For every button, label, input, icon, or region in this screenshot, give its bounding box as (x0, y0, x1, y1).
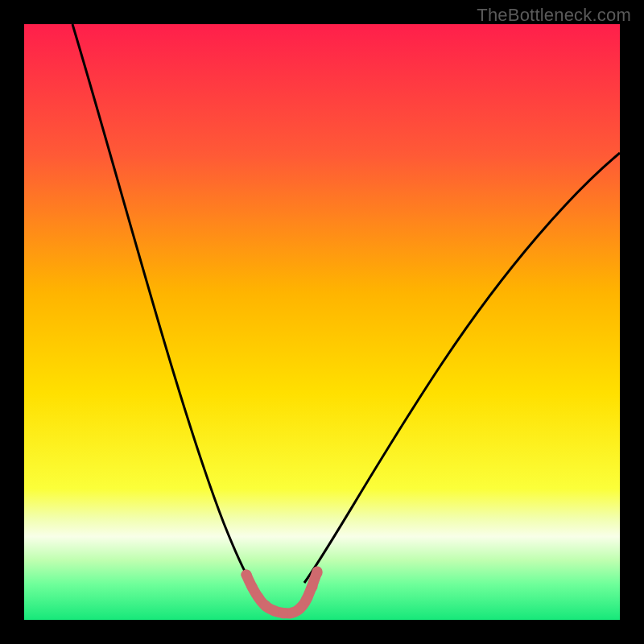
chart-svg (24, 24, 620, 620)
svg-point-8 (302, 594, 312, 605)
svg-point-5 (279, 609, 289, 619)
svg-point-3 (261, 601, 271, 611)
svg-point-4 (270, 606, 280, 617)
svg-point-7 (295, 603, 306, 613)
svg-point-9 (308, 582, 318, 592)
gradient-background (24, 24, 620, 620)
svg-point-0 (242, 570, 252, 580)
chart-frame: TheBottleneck.com (0, 0, 644, 644)
plot-area (24, 24, 620, 620)
watermark-text: TheBottleneck.com (477, 5, 631, 26)
svg-point-10 (312, 568, 323, 579)
svg-point-1 (247, 582, 258, 592)
svg-point-2 (254, 592, 264, 603)
